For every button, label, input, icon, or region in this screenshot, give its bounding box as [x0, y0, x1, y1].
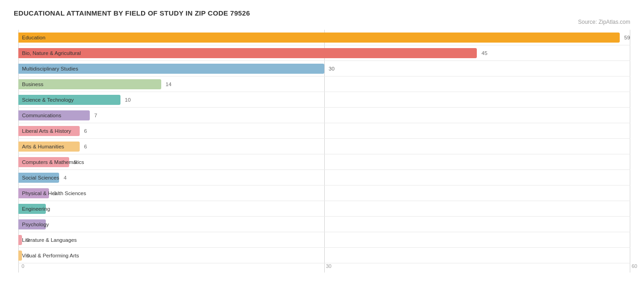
bar-label: Physical & Health Sciences [22, 191, 86, 196]
bar-row: Literature & Languages0 [18, 232, 630, 248]
bar: Liberal Arts & History [18, 126, 80, 136]
bar-row: Liberal Arts & History6 [18, 123, 630, 139]
x-axis-label: 30 [326, 263, 331, 269]
bar: Bio, Nature & Agricultural [18, 48, 477, 58]
bar-label: Psychology [22, 222, 49, 227]
bar-label: Science & Technology [22, 97, 74, 103]
bar-label: Computers & Mathematics [22, 159, 84, 165]
bar-row: Communications7 [18, 108, 630, 123]
bar-row: Arts & Humanities6 [18, 139, 630, 154]
bar-row: Engineering2 [18, 201, 630, 217]
bar-value: 6 [84, 128, 87, 134]
bar-label: Communications [22, 113, 61, 118]
bar-row: Science & Technology10 [18, 92, 630, 108]
bar: Education [18, 33, 620, 43]
bar-value: 4 [64, 175, 66, 180]
bar-row: Education59 [18, 30, 630, 45]
bar-label: Social Sciences [22, 175, 59, 180]
x-axis-label: 60 [632, 263, 637, 269]
bar: Science & Technology [18, 95, 120, 105]
bar: Physical & Health Sciences [18, 188, 49, 198]
bar-row: Business14 [18, 76, 630, 92]
chart-title: EDUCATIONAL ATTAINMENT BY FIELD OF STUDY… [14, 9, 630, 17]
bar-row: Physical & Health Sciences3 [18, 185, 630, 201]
bar-row: Visual & Performing Arts0 [18, 248, 630, 263]
bar-value: 10 [125, 97, 131, 103]
bar-value: 7 [94, 113, 97, 118]
bar-value: 45 [481, 50, 487, 56]
bar-label: Visual & Performing Arts [22, 253, 79, 258]
bar-row: Bio, Nature & Agricultural45 [18, 45, 630, 61]
bar-value: 14 [166, 82, 172, 87]
bar-row: Multidisciplinary Studies30 [18, 61, 630, 76]
bar-row: Social Sciences4 [18, 170, 630, 185]
chart-area: Education59Bio, Nature & Agricultural45M… [14, 30, 630, 286]
bar-value: 6 [84, 144, 87, 149]
x-axis: 03060 [23, 263, 630, 273]
bar: Social Sciences [18, 173, 59, 183]
bar: Arts & Humanities [18, 142, 80, 152]
bar-label: Education [22, 35, 45, 40]
bar-value: 30 [329, 66, 335, 71]
bar-label: Business [22, 82, 44, 87]
bar-row: Computers & Mathematics5 [18, 154, 630, 170]
bar-label: Liberal Arts & History [22, 128, 71, 134]
bar: Multidisciplinary Studies [18, 64, 324, 74]
bar-label: Literature & Languages [22, 237, 77, 243]
bar: Psychology [18, 219, 46, 229]
bar: Engineering [18, 204, 46, 214]
bar: Visual & Performing Arts [18, 251, 22, 261]
bar-row: Psychology1 [18, 217, 630, 232]
bar-label: Multidisciplinary Studies [22, 66, 78, 71]
bar: Business [18, 79, 161, 89]
bar-label: Engineering [22, 206, 50, 212]
x-axis-label: 0 [22, 263, 24, 269]
source-label: Source: ZipAtlas.com [14, 19, 630, 25]
bar-label: Arts & Humanities [22, 144, 64, 149]
bar: Literature & Languages [18, 235, 22, 245]
bar-label: Bio, Nature & Agricultural [22, 50, 81, 56]
bar: Communications [18, 110, 90, 120]
bar: Computers & Mathematics [18, 157, 69, 167]
bar-value: 59 [624, 35, 630, 40]
